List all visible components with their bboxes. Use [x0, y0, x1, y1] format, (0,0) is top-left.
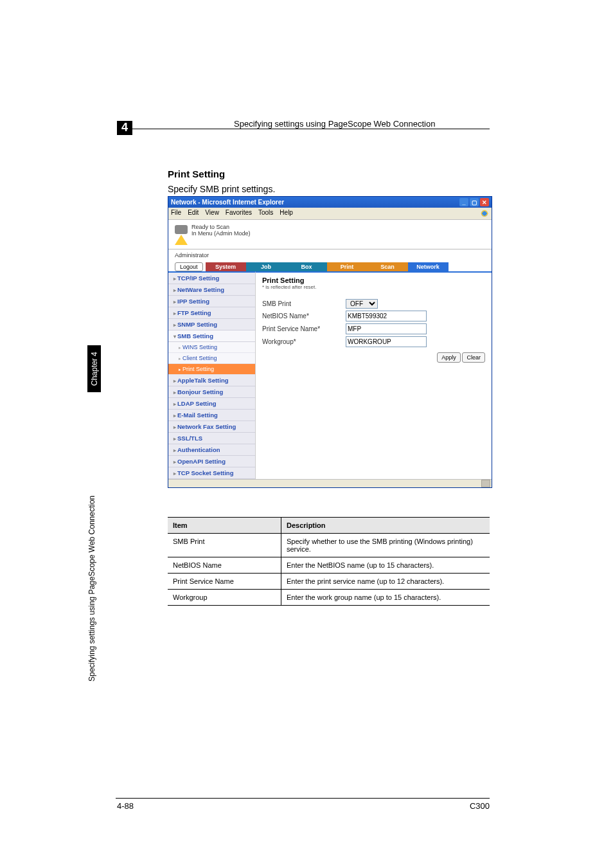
cell-desc: Enter the print service name (up to 12 c…	[281, 574, 490, 590]
label-netbios: NetBIOS Name*	[262, 312, 346, 320]
sidebar-item-bonjour[interactable]: Bonjour Setting	[168, 386, 255, 398]
sidebar: TCP/IP Setting NetWare Setting IPP Setti…	[168, 271, 256, 479]
th-item: Item	[168, 518, 281, 534]
header-title: Specifying settings using PageScope Web …	[234, 119, 435, 129]
sidebar-item-netfax[interactable]: Network Fax Setting	[168, 421, 255, 433]
chapter-number: 4	[117, 121, 132, 135]
description-table: Item Description SMB PrintSpecify whethe…	[168, 517, 490, 606]
cell-desc: Specify whether to use the SMB printing …	[281, 534, 490, 557]
settings-panel: Print Setting * is reflected after reset…	[256, 271, 492, 479]
label-workgroup: Workgroup*	[262, 338, 346, 345]
window-titlebar: Network - Microsoft Internet Explorer _ …	[168, 197, 492, 208]
sidebar-sub-wins[interactable]: WINS Setting	[168, 342, 255, 353]
menu-help[interactable]: Help	[280, 209, 293, 218]
scrollbar-bottom[interactable]	[168, 479, 492, 487]
table-row: Print Service NameEnter the print servic…	[168, 574, 490, 590]
table-row: SMB PrintSpecify whether to use the SMB …	[168, 534, 490, 557]
menu-edit[interactable]: Edit	[188, 209, 199, 218]
sidebar-item-snmp[interactable]: SNMP Setting	[168, 319, 255, 330]
sidebar-item-netware[interactable]: NetWare Setting	[168, 284, 255, 296]
side-tab-chapter: Chapter 4	[87, 345, 101, 392]
tab-job[interactable]: Job	[246, 262, 287, 271]
sidebar-item-smb[interactable]: SMB Setting	[168, 330, 255, 342]
panel-note: * is reflected after reset.	[262, 284, 485, 290]
sidebar-sub-client[interactable]: Client Setting	[168, 353, 255, 364]
admin-label: Administrator	[168, 249, 492, 262]
select-smb-print[interactable]: OFF	[346, 299, 378, 309]
ie-logo-icon	[480, 209, 489, 218]
minimize-icon[interactable]: _	[459, 198, 468, 206]
table-row: WorkgroupEnter the work group name (up t…	[168, 590, 490, 606]
window-title: Network - Microsoft Internet Explorer	[171, 199, 458, 206]
section-title: Print Setting	[168, 168, 225, 179]
menu-bar: File Edit View Favorites Tools Help	[168, 208, 492, 220]
tab-box[interactable]: Box	[287, 262, 327, 271]
status-area: Ready to Scan In Menu (Admin Mode)	[168, 220, 492, 249]
table-row: NetBIOS NameEnter the NetBIOS name (up t…	[168, 557, 490, 574]
menu-view[interactable]: View	[205, 209, 219, 218]
row-netbios: NetBIOS Name*	[262, 311, 485, 321]
sidebar-item-appletalk[interactable]: AppleTalk Setting	[168, 375, 255, 386]
menu-tools[interactable]: Tools	[258, 209, 273, 218]
menu-favorites[interactable]: Favorites	[226, 209, 252, 218]
maximize-icon[interactable]: ▢	[470, 198, 479, 206]
clear-button[interactable]: Clear	[462, 352, 485, 363]
tab-bar: Logout System Job Box Print Scan Network	[168, 262, 492, 271]
warning-icon	[175, 235, 188, 245]
tab-network[interactable]: Network	[408, 262, 449, 271]
apply-button[interactable]: Apply	[437, 352, 461, 363]
row-workgroup: Workgroup*	[262, 336, 485, 347]
row-psn: Print Service Name*	[262, 323, 485, 334]
logout-button[interactable]: Logout	[175, 262, 203, 271]
sidebar-item-ldap[interactable]: LDAP Setting	[168, 398, 255, 410]
input-workgroup[interactable]	[346, 336, 427, 347]
cell-desc: Enter the NetBIOS name (up to 15 charact…	[281, 557, 490, 574]
status-ready: Ready to Scan	[191, 224, 251, 230]
cell-item: SMB Print	[168, 534, 281, 557]
browser-window: Network - Microsoft Internet Explorer _ …	[168, 196, 492, 488]
sidebar-item-auth[interactable]: Authentication	[168, 444, 255, 456]
scroll-handle-icon[interactable]	[481, 480, 490, 487]
cell-desc: Enter the work group name (up to 15 char…	[281, 590, 490, 606]
header-rule	[117, 129, 490, 129]
sidebar-item-ftp[interactable]: FTP Setting	[168, 307, 255, 319]
row-smb-print: SMB Print OFF	[262, 299, 485, 309]
sidebar-item-ipp[interactable]: IPP Setting	[168, 296, 255, 307]
footer-page: 4-88	[117, 801, 134, 811]
footer-rule	[116, 798, 490, 799]
cell-item: Workgroup	[168, 590, 281, 606]
close-icon[interactable]: ✕	[480, 198, 489, 206]
sidebar-sub-print[interactable]: Print Setting	[168, 364, 255, 375]
status-menu: In Menu (Admin Mode)	[191, 230, 251, 237]
tab-print[interactable]: Print	[327, 262, 368, 271]
sidebar-item-tcpip[interactable]: TCP/IP Setting	[168, 273, 255, 284]
label-psn: Print Service Name*	[262, 325, 346, 332]
sidebar-item-email[interactable]: E-Mail Setting	[168, 410, 255, 421]
svg-point-0	[481, 210, 488, 217]
label-smb-print: SMB Print	[262, 300, 346, 307]
sidebar-item-tcpsocket[interactable]: TCP Socket Setting	[168, 467, 255, 479]
cell-item: Print Service Name	[168, 574, 281, 590]
footer-model: C300	[470, 801, 490, 811]
sidebar-item-openapi[interactable]: OpenAPI Setting	[168, 456, 255, 467]
tab-scan[interactable]: Scan	[368, 262, 408, 271]
menu-file[interactable]: File	[171, 209, 181, 218]
tab-system[interactable]: System	[206, 262, 246, 271]
printer-icon	[175, 225, 188, 234]
th-desc: Description	[281, 518, 490, 534]
section-desc: Specify SMB print settings.	[168, 184, 275, 194]
sidebar-item-ssltls[interactable]: SSL/TLS	[168, 433, 255, 444]
input-netbios[interactable]	[346, 311, 427, 321]
cell-item: NetBIOS Name	[168, 557, 281, 574]
input-psn[interactable]	[346, 323, 427, 334]
panel-heading: Print Setting	[262, 276, 485, 284]
